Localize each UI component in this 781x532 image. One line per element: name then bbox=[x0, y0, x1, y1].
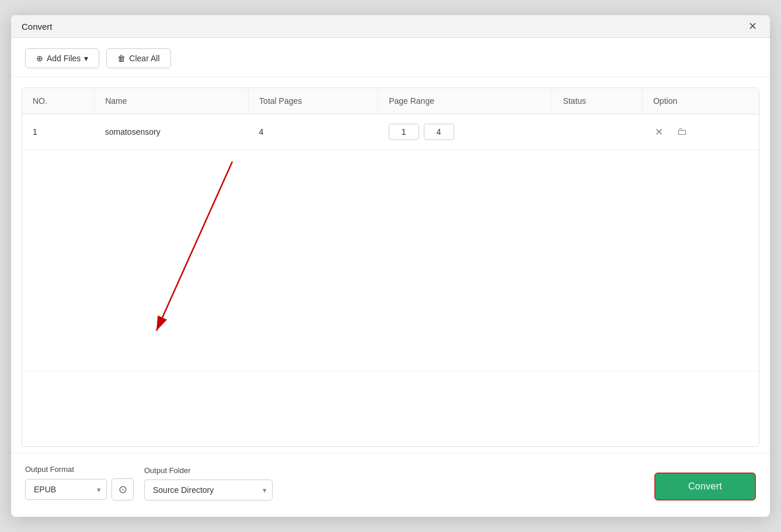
output-format-label: Output Format bbox=[25, 465, 134, 474]
main-window: Convert ✕ ⊕ Add Files ▾ 🗑 Clear All NO. … bbox=[11, 15, 770, 517]
output-folder-group: Output Folder Source Directory bbox=[144, 466, 273, 501]
output-format-select[interactable]: EPUB bbox=[25, 479, 107, 500]
page-range-start-input[interactable] bbox=[389, 124, 419, 140]
col-option: Option bbox=[642, 88, 759, 114]
svg-line-1 bbox=[156, 162, 232, 331]
convert-button[interactable]: Convert bbox=[654, 473, 756, 501]
cell-status bbox=[552, 114, 643, 150]
close-button[interactable]: ✕ bbox=[746, 21, 759, 32]
cell-option: ✕ 🗀 bbox=[642, 114, 759, 150]
table-header-row: NO. Name Total Pages Page Range Status O… bbox=[22, 88, 759, 114]
page-range-end-input[interactable] bbox=[424, 124, 454, 140]
output-folder-select-wrapper: Source Directory bbox=[144, 480, 273, 501]
plus-icon: ⊕ bbox=[36, 54, 43, 63]
trash-icon: 🗑 bbox=[117, 54, 125, 63]
window-title: Convert bbox=[22, 22, 53, 32]
output-folder-label: Output Folder bbox=[144, 466, 273, 475]
remove-row-button[interactable]: ✕ bbox=[653, 125, 665, 139]
col-no: NO. bbox=[22, 88, 95, 114]
col-status: Status bbox=[552, 88, 643, 114]
col-total-pages: Total Pages bbox=[249, 88, 378, 114]
empty-row bbox=[22, 150, 759, 372]
output-format-group: Output Format EPUB ⊙ bbox=[25, 465, 134, 501]
settings-button[interactable]: ⊙ bbox=[111, 478, 134, 501]
col-name: Name bbox=[95, 88, 249, 114]
add-files-button[interactable]: ⊕ Add Files ▾ bbox=[25, 48, 99, 68]
table-row: 1 somatosensory 4 ✕ 🗀 bbox=[22, 114, 759, 150]
output-format-row: EPUB ⊙ bbox=[25, 478, 134, 501]
clear-all-label: Clear All bbox=[129, 54, 159, 63]
settings-icon: ⊙ bbox=[118, 483, 127, 496]
col-page-range: Page Range bbox=[378, 88, 552, 114]
cell-total-pages: 4 bbox=[249, 114, 378, 150]
output-format-select-wrapper: EPUB bbox=[25, 479, 107, 500]
clear-all-button[interactable]: 🗑 Clear All bbox=[106, 48, 170, 68]
add-files-label: Add Files bbox=[47, 54, 81, 63]
cell-page-range bbox=[378, 114, 552, 150]
cell-name: somatosensory bbox=[95, 114, 249, 150]
toolbar: ⊕ Add Files ▾ 🗑 Clear All bbox=[11, 38, 770, 77]
folder-row-button[interactable]: 🗀 bbox=[675, 125, 689, 139]
output-folder-select[interactable]: Source Directory bbox=[144, 480, 273, 501]
file-table: NO. Name Total Pages Page Range Status O… bbox=[22, 88, 759, 372]
title-bar: Convert ✕ bbox=[11, 15, 770, 38]
cell-no: 1 bbox=[22, 114, 95, 150]
bottom-bar: Output Format EPUB ⊙ Output Folder Sourc… bbox=[11, 453, 770, 517]
file-table-area: NO. Name Total Pages Page Range Status O… bbox=[22, 88, 759, 447]
dropdown-arrow-icon: ▾ bbox=[84, 54, 88, 63]
annotation-arrow bbox=[57, 150, 256, 348]
